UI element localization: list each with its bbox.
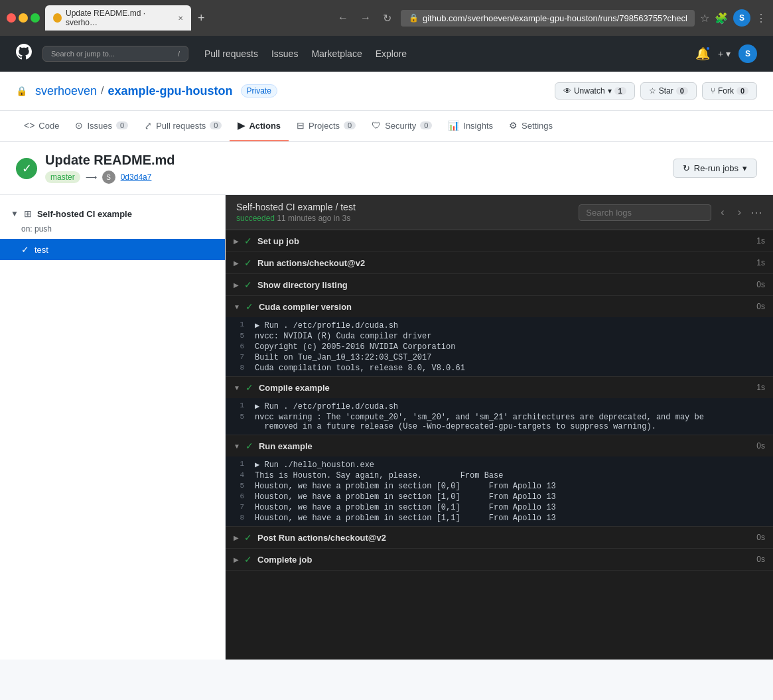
step-name-run-example: Run example bbox=[259, 441, 751, 451]
nav-tab-insights[interactable]: 📊 Insights bbox=[440, 111, 501, 141]
workflow-sidebar: ▼ ⊞ Self-hosted CI example on: push ✓ te… bbox=[0, 195, 226, 660]
github-search[interactable]: Search or jump to... / bbox=[42, 46, 188, 62]
back-button[interactable]: ← bbox=[334, 9, 352, 27]
nav-tab-settings[interactable]: ⚙ Settings bbox=[501, 111, 561, 141]
breadcrumb-separator: / bbox=[101, 85, 104, 97]
log-line-num: 7 bbox=[226, 352, 249, 363]
repo-visibility-badge: Private bbox=[241, 84, 277, 98]
rerun-jobs-button[interactable]: ↻ Re-run jobs ▾ bbox=[673, 159, 757, 178]
sidebar-job-test[interactable]: ✓ test bbox=[0, 239, 225, 260]
forward-button[interactable]: → bbox=[356, 9, 375, 27]
menu-button[interactable]: ⋮ bbox=[756, 12, 766, 25]
repo-navigation: <> Code ⊙ Issues 0 ⤤ Pull requests 0 ▶ A… bbox=[0, 111, 773, 142]
tab-close-button[interactable]: ✕ bbox=[178, 15, 183, 22]
lock-icon: 🔒 bbox=[409, 13, 419, 23]
log-prev-button[interactable]: ‹ bbox=[717, 204, 728, 221]
nav-issues[interactable]: Issues bbox=[271, 48, 298, 59]
nav-tab-issues[interactable]: ⊙ Issues 0 bbox=[67, 111, 136, 141]
step-expand-icon: ▶ bbox=[234, 534, 239, 541]
step-check-icon: ✓ bbox=[244, 532, 252, 543]
fork-button[interactable]: ⑂ Fork 0 bbox=[702, 82, 757, 100]
log-step-header-directory[interactable]: ▶ ✓ Show directory listing 0s bbox=[226, 274, 773, 295]
log-step-header-cuda-compiler[interactable]: ▼ ✓ Cuda compiler version 0s bbox=[226, 296, 773, 317]
browser-action-buttons: ☆ 🧩 S ⋮ bbox=[700, 9, 766, 27]
nav-marketplace[interactable]: Marketplace bbox=[311, 48, 362, 59]
log-step-checkout: ▶ ✓ Run actions/checkout@v2 1s bbox=[226, 252, 773, 274]
repo-owner-link[interactable]: sverhoeven bbox=[35, 84, 97, 98]
step-name-checkout: Run actions/checkout@v2 bbox=[257, 258, 751, 268]
new-tab-button[interactable]: + bbox=[194, 11, 209, 25]
nav-tab-code[interactable]: <> Code bbox=[16, 111, 67, 141]
github-logo[interactable] bbox=[16, 44, 32, 64]
nav-tab-settings-label: Settings bbox=[522, 121, 553, 131]
log-step-header-checkout[interactable]: ▶ ✓ Run actions/checkout@v2 1s bbox=[226, 252, 773, 273]
window-minimize-button[interactable] bbox=[19, 13, 28, 23]
log-step-header-compile[interactable]: ▼ ✓ Compile example 1s bbox=[226, 377, 773, 398]
refresh-button[interactable]: ↻ bbox=[379, 9, 395, 27]
log-more-options-button[interactable]: ⋯ bbox=[750, 205, 762, 220]
log-title: Self-hosted CI example / test bbox=[236, 202, 356, 212]
address-bar[interactable]: 🔒 bbox=[401, 10, 695, 27]
log-line-content: nvcc: NVIDIA (R) Cuda compiler driver bbox=[249, 331, 773, 342]
log-workflow-name: Self-hosted CI example bbox=[236, 202, 333, 212]
log-next-button[interactable]: › bbox=[734, 204, 745, 221]
log-status: succeeded bbox=[236, 214, 275, 223]
collapse-icon[interactable]: ▼ bbox=[11, 209, 19, 218]
settings-icon: ⚙ bbox=[509, 120, 518, 131]
log-steps: ▶ ✓ Set up job 1s ▶ ✓ Run actions/checko… bbox=[226, 230, 773, 571]
step-duration-directory: 0s bbox=[756, 280, 765, 289]
log-step-setup-job: ▶ ✓ Set up job 1s bbox=[226, 230, 773, 252]
star-button[interactable]: ☆ Star 0 bbox=[640, 82, 697, 100]
log-title-area: Self-hosted CI example / test succeeded … bbox=[236, 202, 356, 223]
nav-pull-requests[interactable]: Pull requests bbox=[204, 48, 258, 59]
nav-tab-pullrequests[interactable]: ⤤ Pull requests 0 bbox=[136, 111, 230, 141]
log-controls: ‹ › ⋯ bbox=[579, 204, 762, 221]
bookmark-button[interactable]: ☆ bbox=[700, 12, 709, 25]
window-maximize-button[interactable] bbox=[31, 13, 40, 23]
repo-action-buttons: 👁 Unwatch ▾ 1 ☆ Star 0 ⑂ Fork 0 bbox=[555, 82, 757, 100]
nav-tab-actions[interactable]: ▶ Actions bbox=[230, 111, 289, 141]
security-count: 0 bbox=[420, 121, 432, 129]
workflow-run-header: ✓ Update README.md master ⟶ S 0d3d4a7 ↻ … bbox=[0, 142, 773, 195]
log-search-input[interactable] bbox=[579, 204, 711, 221]
pr-count: 0 bbox=[210, 121, 222, 129]
workflow-run-meta: master ⟶ S 0d3d4a7 bbox=[45, 171, 175, 184]
nav-tab-security[interactable]: 🛡 Security 0 bbox=[364, 111, 440, 141]
log-line: 4 This is Houston. Say again, please. Fr… bbox=[226, 470, 773, 481]
nav-tab-projects[interactable]: ⊟ Projects 0 bbox=[289, 111, 364, 141]
repo-breadcrumb: sverhoeven / example-gpu-houston bbox=[35, 84, 233, 98]
repo-name-link[interactable]: example-gpu-houston bbox=[108, 84, 233, 98]
log-step-header-run-example[interactable]: ▼ ✓ Run example 0s bbox=[226, 435, 773, 456]
browser-tab-active[interactable]: Update README.md · sverho… ✕ bbox=[45, 5, 191, 31]
log-step-run-example: ▼ ✓ Run example 0s 1 ▶ Run ./hello_houst… bbox=[226, 435, 773, 527]
branch-badge[interactable]: master bbox=[45, 171, 80, 183]
log-step-header-post-checkout[interactable]: ▶ ✓ Post Run actions/checkout@v2 0s bbox=[226, 527, 773, 548]
nav-tab-issues-label: Issues bbox=[87, 121, 112, 131]
step-check-icon: ✓ bbox=[244, 279, 252, 290]
nav-tab-code-label: Code bbox=[38, 121, 59, 131]
nav-tab-projects-label: Projects bbox=[309, 121, 340, 131]
create-menu-button[interactable]: + ▾ bbox=[718, 48, 731, 59]
log-line-num: 7 bbox=[226, 502, 249, 513]
extensions-button[interactable]: 🧩 bbox=[715, 12, 728, 25]
rerun-label: Re-run jobs bbox=[694, 163, 738, 173]
notifications-button[interactable]: 🔔 bbox=[695, 46, 710, 61]
log-lines-compile: 1 ▶ Run . /etc/profile.d/cuda.sh 5 nvcc … bbox=[226, 398, 773, 435]
log-duration: in 3s bbox=[334, 214, 350, 223]
chrome-user-menu[interactable]: S bbox=[733, 9, 750, 27]
log-time: 11 minutes ago bbox=[277, 214, 331, 223]
log-step-header-setup-job[interactable]: ▶ ✓ Set up job 1s bbox=[226, 230, 773, 251]
url-input[interactable] bbox=[423, 13, 687, 23]
commit-hash-link[interactable]: 0d3d4a7 bbox=[121, 173, 152, 182]
unwatch-button[interactable]: 👁 Unwatch ▾ 1 bbox=[555, 82, 635, 100]
tab-title: Update README.md · sverho… bbox=[66, 9, 171, 27]
user-menu[interactable]: S bbox=[738, 44, 757, 63]
log-line-content: nvcc warning : The 'compute_20', 'sm_20'… bbox=[249, 412, 773, 432]
log-step-header-complete-job[interactable]: ▶ ✓ Complete job 0s bbox=[226, 549, 773, 570]
log-line: 8 Cuda compilation tools, release 8.0, V… bbox=[226, 363, 773, 374]
log-step-post-checkout: ▶ ✓ Post Run actions/checkout@v2 0s bbox=[226, 527, 773, 549]
window-close-button[interactable] bbox=[7, 13, 16, 23]
nav-explore[interactable]: Explore bbox=[376, 48, 407, 59]
issues-icon: ⊙ bbox=[75, 120, 83, 131]
log-line-num: 6 bbox=[226, 342, 249, 352]
